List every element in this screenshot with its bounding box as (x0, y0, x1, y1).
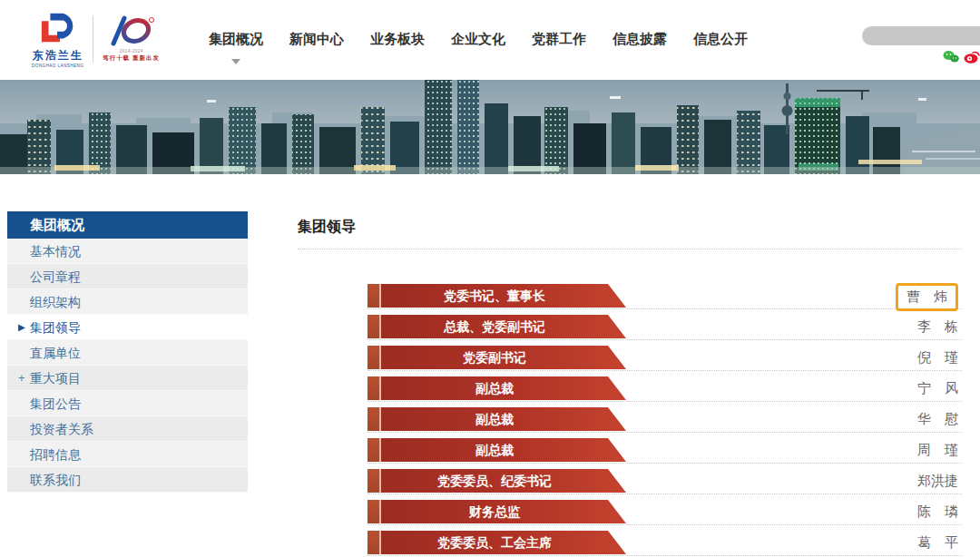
nav-item-business[interactable]: 业务板块 (370, 31, 425, 52)
leader-title-ribbon[interactable]: 副总裁 (368, 376, 626, 400)
leader-row[interactable]: 党委委员、工会主席 葛 平 (368, 530, 962, 557)
anniversary-slogan: 笃行十载 重新出发 (103, 54, 160, 63)
ribbon-stripe (379, 500, 381, 523)
sidebar-item-major-projects[interactable]: + 重大项目 (7, 366, 248, 391)
nav-item-culture[interactable]: 企业文化 (451, 31, 505, 52)
ribbon-stripe (379, 438, 381, 462)
sidebar: 集团概况 基本情况 公司章程 组织架构 ▶ 集团领导 直属单位 + 重大项目 集… (7, 211, 248, 493)
leader-title: 总裁、党委副书记 (381, 315, 626, 338)
leader-name: 葛 平 (917, 534, 958, 552)
sidebar-header: 集团概况 (7, 211, 248, 239)
brand-name: 东浩兰生 (33, 48, 83, 64)
sidebar-item-announcements[interactable]: 集团公告 (7, 391, 248, 416)
leader-name: 倪 瑾 (917, 349, 958, 366)
logo[interactable]: 东浩兰生 DONGHAO LANSHENG 2014-2024 笃行十载 重新出… (32, 9, 160, 68)
main-panel: 集团领导 党委书记、董事长 曹 炜 总裁、党委 (298, 211, 962, 557)
ribbon-stripe (379, 284, 381, 308)
ribbon-block (368, 407, 379, 431)
ribbon-block (368, 438, 379, 462)
hero-banner-image (0, 80, 980, 174)
nav-item-news-center[interactable]: 新闻中心 (289, 31, 344, 52)
leader-row[interactable]: 副总裁 宁 风 (368, 376, 962, 406)
leader-row[interactable]: 财务总监 陈 璘 (368, 499, 962, 530)
wechat-icon[interactable] (943, 50, 959, 64)
leader-title-ribbon[interactable]: 党委委员、工会主席 (368, 531, 626, 554)
sidebar-item-subsidiaries[interactable]: 直属单位 (7, 340, 248, 366)
leader-title: 党委委员、纪委书记 (381, 469, 626, 493)
leader-title: 党委副书记 (381, 346, 626, 369)
leader-list: 党委书记、董事长 曹 炜 总裁、党委副书记 李 栋 (368, 283, 962, 557)
nav-item-group-overview[interactable]: 集团概况 (209, 31, 263, 52)
leader-title: 党委委员、工会主席 (381, 531, 626, 554)
ribbon-block (368, 500, 379, 523)
leader-title: 副总裁 (381, 376, 626, 400)
leader-title-ribbon[interactable]: 财务总监 (368, 500, 626, 523)
page-title: 集团领导 (298, 211, 962, 237)
leader-row[interactable]: 副总裁 周 瑾 (368, 437, 962, 468)
social-links (943, 50, 980, 64)
weibo-icon[interactable] (964, 50, 980, 64)
leader-title: 副总裁 (381, 407, 626, 431)
ribbon-block (368, 346, 379, 369)
ribbon-stripe (379, 315, 381, 338)
site-header: 东浩兰生 DONGHAO LANSHENG 2014-2024 笃行十载 重新出… (0, 0, 980, 80)
logo-divider (93, 15, 93, 63)
leader-row[interactable]: 党委副书记 倪 瑾 (368, 345, 962, 376)
leader-title-ribbon[interactable]: 副总裁 (368, 438, 626, 462)
leader-name: 曹 炜 (906, 288, 947, 304)
leader-title: 财务总监 (381, 500, 626, 523)
ribbon-block (368, 376, 379, 400)
ribbon-stripe (379, 346, 381, 369)
leader-name: 郑洪捷 (917, 473, 958, 490)
ribbon-block (368, 315, 379, 338)
brand-logo: 东浩兰生 DONGHAO LANSHENG (32, 9, 83, 68)
leader-row[interactable]: 副总裁 华 慰 (368, 406, 962, 437)
leader-title-ribbon[interactable]: 总裁、党委副书记 (368, 315, 626, 338)
leader-row[interactable]: 党委委员、纪委书记 郑洪捷 (368, 468, 962, 499)
leader-name: 华 慰 (917, 411, 958, 428)
nav-item-info-public[interactable]: 信息公开 (693, 31, 748, 52)
brand-d-icon (36, 9, 80, 47)
ribbon-stripe (379, 531, 381, 554)
anniversary-years: 2014-2024 (120, 49, 143, 54)
brand-name-en: DONGHAO LANSHENG (32, 64, 83, 68)
sidebar-item-recruitment[interactable]: 招聘信息 (7, 442, 248, 467)
content-area: 集团概况 基本情况 公司章程 组织架构 ▶ 集团领导 直属单位 + 重大项目 集… (0, 211, 980, 557)
leader-name: 陈 璘 (917, 503, 958, 521)
ribbon-block (368, 469, 379, 493)
leader-name: 周 瑾 (917, 442, 958, 459)
leader-title-ribbon[interactable]: 党委书记、董事长 (368, 284, 626, 308)
city-skyline-illustration (0, 80, 980, 174)
highlight-annotation: 曹 炜 (896, 283, 958, 311)
ribbon-stripe (379, 376, 381, 400)
anniversary-logo: 2014-2024 笃行十载 重新出发 (103, 15, 160, 63)
leader-row[interactable]: 总裁、党委副书记 李 栋 (368, 314, 962, 345)
leader-title-ribbon[interactable]: 党委副书记 (368, 346, 626, 369)
sidebar-item-investor-relations[interactable]: 投资者关系 (7, 416, 248, 442)
expand-plus-icon[interactable]: + (18, 366, 25, 391)
ribbon-stripe (379, 407, 381, 431)
title-divider (298, 249, 962, 249)
leader-title-ribbon[interactable]: 党委委员、纪委书记 (368, 469, 626, 493)
ribbon-block (368, 284, 379, 308)
leader-title-ribbon[interactable]: 副总裁 (368, 407, 626, 431)
ribbon-stripe (379, 469, 381, 493)
sidebar-item-basic-info[interactable]: 基本情况 (7, 239, 248, 264)
search-input[interactable] (862, 26, 980, 45)
leader-name: 李 栋 (917, 318, 958, 336)
sidebar-item-contact-us[interactable]: 联系我们 (7, 467, 248, 493)
sidebar-item-articles[interactable]: 公司章程 (7, 264, 248, 289)
nav-item-disclosure[interactable]: 信息披露 (612, 31, 667, 52)
leader-row[interactable]: 党委书记、董事长 曹 炜 (368, 283, 962, 314)
sidebar-item-org-structure[interactable]: 组织架构 (7, 289, 248, 315)
sidebar-item-group-leaders[interactable]: ▶ 集团领导 (7, 315, 248, 340)
main-nav: 集团概况 新闻中心 业务板块 企业文化 党群工作 信息披露 信息公开 (209, 31, 748, 52)
nav-item-party-work[interactable]: 党群工作 (532, 31, 586, 52)
leader-title: 党委书记、董事长 (381, 284, 626, 308)
leader-title: 副总裁 (381, 438, 626, 462)
leader-name: 宁 风 (917, 380, 958, 397)
ribbon-block (368, 531, 379, 554)
anniversary-10-icon (106, 15, 157, 49)
active-arrow-icon: ▶ (18, 315, 25, 340)
